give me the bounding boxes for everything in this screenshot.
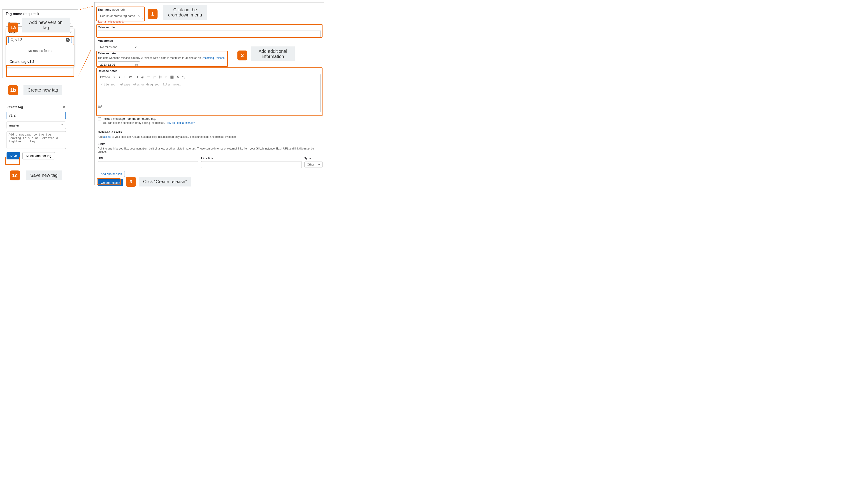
code-icon[interactable]	[135, 75, 139, 79]
quote-icon[interactable]	[129, 75, 133, 79]
link-url-label: URL	[98, 156, 198, 160]
tag-name-error: Tag name is required.	[98, 20, 144, 23]
chevron-down-icon	[138, 15, 140, 17]
strike-icon[interactable]: S	[123, 75, 127, 79]
release-date-label: Release date	[98, 52, 233, 55]
calendar-icon	[135, 63, 138, 66]
release-date-help: The date when the release is ready. A re…	[98, 56, 233, 59]
svg-rect-12	[170, 76, 173, 79]
step-2-hint: Add additional information	[251, 46, 295, 61]
step-1a-hint: Add new version tag	[22, 18, 70, 32]
bold-icon[interactable]: B	[112, 75, 116, 79]
svg-rect-11	[159, 77, 160, 78]
release-assets-help: Add assets to your Release. GitLab autom…	[98, 135, 321, 139]
svg-line-15	[13, 41, 14, 42]
link-title-label: Link title	[201, 156, 302, 160]
chevron-down-icon	[318, 164, 320, 166]
edit-later-help: You can edit the content later by editin…	[103, 121, 321, 125]
no-results-label: No results found	[6, 45, 74, 57]
markdown-icon	[98, 105, 319, 108]
tag-name-label: Tag name (required)	[6, 12, 74, 16]
milestones-dropdown[interactable]: No milestone	[98, 44, 139, 50]
step-1a-badge: 1a	[8, 23, 18, 32]
how-edit-link[interactable]: How do I edit a release?	[166, 121, 195, 125]
step-1c-hint: Save new tag	[26, 170, 61, 180]
link-type-label: Type	[304, 156, 322, 160]
milestones-label: Milestones	[98, 39, 143, 42]
step-1-hint: Click on the drop-down menu	[163, 5, 207, 20]
release-title-input[interactable]	[98, 30, 321, 37]
save-tag-button[interactable]: Save	[6, 152, 20, 159]
editor-toolbar: Preview B I S 123	[98, 74, 320, 80]
select-another-tag-button[interactable]: Select another tag	[22, 152, 55, 159]
release-title-label: Release title	[98, 26, 321, 29]
tag-name-dropdown[interactable]: Search or create tag name	[98, 13, 143, 19]
link-title-input[interactable]	[201, 161, 302, 168]
svg-rect-0	[136, 64, 138, 66]
release-date-input[interactable]: 2023-12-06	[98, 61, 140, 68]
create-release-button[interactable]: Create release	[98, 179, 123, 186]
step-1c-badge: 1c	[10, 170, 20, 180]
step-3-hint: Click “Create release”	[139, 177, 191, 186]
ul-icon[interactable]	[147, 75, 151, 79]
table-icon[interactable]	[170, 75, 175, 79]
branch-dropdown[interactable]: master	[6, 122, 66, 129]
create-tag-option[interactable]: Create tag v1.2	[6, 57, 74, 67]
step-3-badge: 3	[126, 177, 136, 187]
clear-icon[interactable]: ✕	[66, 38, 70, 42]
indent-icon[interactable]	[165, 75, 169, 79]
include-tag-msg-checkbox[interactable]	[98, 117, 101, 120]
svg-point-14	[11, 39, 13, 41]
tag-name-label: Tag name (required)	[98, 8, 144, 11]
close-icon[interactable]: ×	[63, 105, 65, 109]
include-tag-msg-label: Include message from the annotated tag.	[103, 117, 156, 120]
tag-name-input[interactable]	[6, 112, 66, 119]
link-type-dropdown[interactable]: Other	[304, 161, 322, 168]
release-notes-editor: Preview B I S 123	[98, 74, 321, 112]
svg-point-5	[147, 77, 148, 77]
tag-search-row: ✕	[8, 37, 72, 43]
tasklist-icon[interactable]	[159, 75, 163, 79]
release-notes-label: Release notes	[98, 69, 321, 73]
svg-text:3: 3	[153, 77, 153, 79]
create-tag-heading: Create tag	[8, 105, 23, 109]
attach-icon[interactable]	[176, 75, 180, 79]
svg-point-6	[147, 78, 148, 78]
svg-point-4	[147, 76, 148, 76]
step-1b-hint: Create new tag	[24, 85, 62, 95]
tag-search-input[interactable]	[15, 38, 66, 42]
create-tag-panel: Create tag × master Save Select another …	[4, 102, 68, 166]
link-icon[interactable]	[141, 75, 145, 79]
upcoming-release-link[interactable]: Upcoming Release	[202, 56, 224, 59]
add-another-link-button[interactable]: Add another link	[98, 171, 125, 177]
tag-message-textarea[interactable]	[6, 131, 66, 149]
chevron-down-icon	[135, 46, 137, 48]
release-assets-heading: Release assets	[98, 130, 321, 134]
fullscreen-icon[interactable]	[182, 75, 186, 79]
tag-popover: Tags × ✕ No results found Create tag v1.…	[6, 28, 74, 67]
step-2-badge: 2	[237, 51, 247, 60]
step-1-badge: 1	[148, 9, 157, 19]
step-1b-badge: 1b	[8, 85, 18, 95]
assets-link[interactable]: assets	[104, 135, 111, 139]
preview-toggle[interactable]: Preview	[100, 75, 110, 79]
ol-icon[interactable]: 123	[153, 75, 157, 79]
links-help: Point to any links you like: documentati…	[98, 147, 321, 153]
italic-icon[interactable]: I	[118, 75, 122, 79]
release-notes-textarea[interactable]: Write your release notes or drag your fi…	[98, 80, 320, 105]
chevron-down-icon	[61, 123, 64, 127]
search-icon	[10, 38, 14, 42]
links-heading: Links	[98, 142, 321, 146]
release-form-panel: Tag name (required) Search or create tag…	[94, 2, 324, 185]
link-url-input[interactable]	[98, 161, 198, 168]
